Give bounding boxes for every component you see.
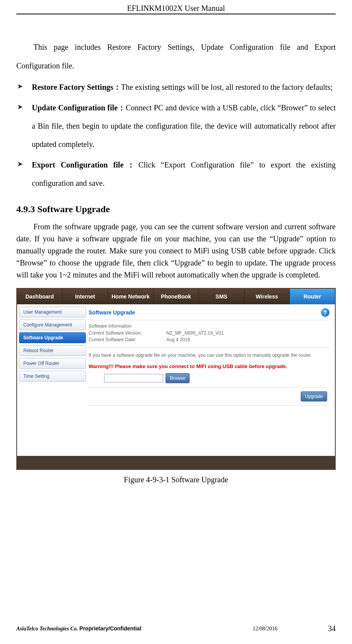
info-heading: Software Information bbox=[89, 323, 329, 329]
bullet-item: Restore Factory Settings：The existing se… bbox=[16, 78, 336, 96]
bullet-title: Export Configuration file： bbox=[32, 161, 138, 169]
panel-title: Software Upgrade bbox=[89, 309, 321, 316]
bullet-item: Export Configuration file：Click “Export … bbox=[16, 156, 336, 192]
footer-company: AsiaTelco Technologies Co. bbox=[16, 626, 79, 632]
nav-dashboard[interactable]: Dashboard bbox=[17, 289, 63, 304]
version-value: NZ_MF_N895_AT2.19_V01 bbox=[166, 330, 224, 336]
nav-phonebook[interactable]: PhoneBook bbox=[153, 289, 199, 304]
upgrade-hint: If you have a software upgrade file on y… bbox=[89, 348, 329, 363]
bullet-title: Update Configuration file： bbox=[32, 103, 126, 112]
help-icon[interactable]: ? bbox=[321, 308, 329, 317]
bullet-title: Restore Factory Settings： bbox=[32, 83, 121, 91]
version-label: Current Software Version: bbox=[89, 330, 166, 336]
nav-router[interactable]: Router bbox=[290, 289, 335, 304]
sidebar-time[interactable]: Time Setting bbox=[19, 371, 86, 382]
date-label: Current Software Date: bbox=[89, 337, 166, 342]
doc-title: EFLINKM1002X User Manual bbox=[127, 4, 225, 12]
page-footer: AsiaTelco Technologies Co. Proprietary/C… bbox=[16, 624, 336, 633]
footer-confidential: Proprietary/Confidential bbox=[79, 625, 141, 632]
section-heading: 4.9.3 Software Upgrade bbox=[16, 204, 336, 215]
nav-internet[interactable]: Internet bbox=[63, 289, 108, 304]
sidebar: User Management Configure Management Sof… bbox=[17, 304, 88, 456]
screenshot-footer-strip bbox=[17, 456, 335, 469]
page-header: EFLINKM1002X User Manual bbox=[16, 4, 336, 14]
bullet-list: Restore Factory Settings：The existing se… bbox=[16, 78, 336, 192]
sidebar-user-mgmt[interactable]: User Management bbox=[19, 307, 86, 318]
section-para: From the software upgrade page, you can … bbox=[16, 221, 336, 281]
nav-sms[interactable]: SMS bbox=[199, 289, 244, 304]
main-panel: Software Upgrade ? Software Information … bbox=[88, 304, 335, 456]
warning-text: Warning!!! Please make sure you connect … bbox=[89, 363, 329, 373]
bullet-item: Update Configuration file：Connect PC and… bbox=[16, 99, 336, 154]
router-screenshot: Dashboard Internet Home Network PhoneBoo… bbox=[16, 288, 336, 470]
figure-caption: Figure 4-9-3-1 Software Upgrade bbox=[16, 475, 336, 484]
sidebar-config-mgmt[interactable]: Configure Management bbox=[19, 319, 86, 330]
sidebar-reboot[interactable]: Reboot Router bbox=[19, 345, 86, 356]
date-value: Aug 4 2016 bbox=[166, 337, 190, 342]
browse-button[interactable]: Browse bbox=[166, 373, 190, 383]
upgrade-button[interactable]: Upgrade bbox=[301, 391, 327, 401]
top-nav: Dashboard Internet Home Network PhoneBoo… bbox=[17, 289, 335, 304]
nav-wireless[interactable]: Wireless bbox=[244, 289, 290, 304]
nav-home-network[interactable]: Home Network bbox=[108, 289, 153, 304]
intro-para: This page includes Restore Factory Setti… bbox=[16, 38, 336, 75]
bullet-text: The existing settings will be lost, all … bbox=[121, 83, 333, 91]
sidebar-poweroff[interactable]: Power Off Router bbox=[19, 358, 86, 369]
sidebar-software-upgrade[interactable]: Software Upgrade bbox=[19, 332, 86, 343]
page-number: 34 bbox=[328, 624, 336, 633]
footer-date: 12/08/2016 bbox=[253, 626, 277, 632]
file-input[interactable] bbox=[104, 374, 163, 382]
